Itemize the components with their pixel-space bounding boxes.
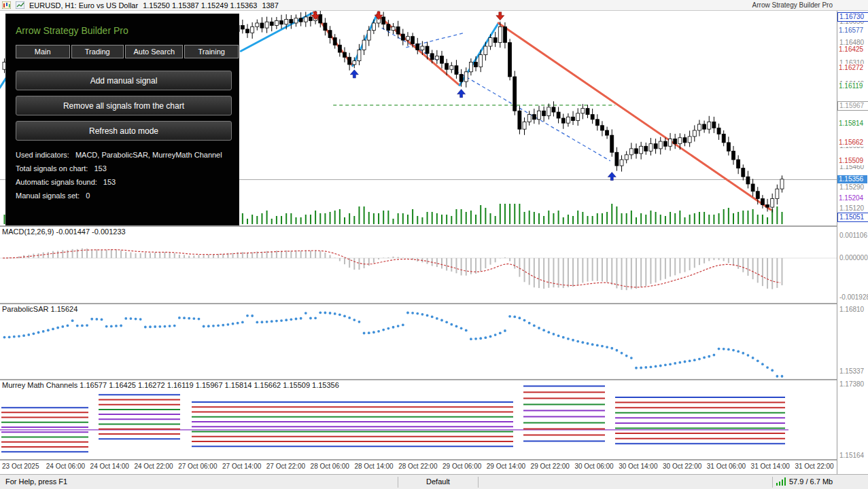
panel-info: Used indicators:MACD, ParabolicSAR, Murr… [6,151,239,200]
time-axis-label: 28 Oct 14:00 [354,463,393,470]
arrow-strategy-panel: Arrow Strategy Builder Pro MainTradingAu… [5,14,239,225]
panel-info-row: Total signals on chart:153 [16,164,239,173]
murrey-math-label: Murrey Math Channels 1.16577 1.16425 1.1… [2,381,339,389]
axis-tick: 1.15164 [839,452,864,459]
macd-signal-line [3,250,780,287]
panel-info-row: Manual signals set:0 [16,192,239,200]
axis-tick: 1.15337 [839,367,864,375]
time-axis-label: 30 Oct 14:00 [619,463,657,470]
pane-separator[interactable] [0,379,868,380]
info-value: 0 [86,192,90,200]
info-value: 153 [94,164,106,173]
panel-title: Arrow Strategy Builder Pro [16,25,239,36]
traffic-text: 57.9 / 6.7 Mb [789,477,833,486]
price-level-label: 1.16119 [837,82,867,90]
current-price-label: 1.15356 [837,175,867,183]
macd-histogram [4,249,783,291]
status-help-text: For Help, press F1 [5,477,67,486]
chart-titlebar: EURUSD, H1: Euro vs US Dollar 1.15250 1.… [0,0,868,11]
symbol-info: EURUSD, H1: Euro vs US Dollar [29,1,138,10]
pane-separator[interactable] [0,459,868,460]
time-axis-label: 30 Oct 22:00 [663,463,701,470]
murrey-math-pane[interactable]: Murrey Math Channels 1.16577 1.16425 1.1… [0,380,837,459]
macd-label: MACD(12,26,9) -0.001447 -0.001233 [2,228,126,236]
price-level-label: 1.16425 [837,46,867,54]
info-value: 153 [103,178,116,186]
price-level-label: 1.15814 [837,120,867,128]
time-axis-label: 31 Oct 06:00 [707,463,746,470]
time-axis-label: 29 Oct 14:00 [487,463,525,470]
panel-tabs: MainTradingAuto SearchTraining [16,45,239,58]
info-label: Automatic signals found: [16,178,97,186]
chart-window-icon [2,1,11,9]
info-value: MACD, ParabolicSAR, MurreyMath Channel [75,151,222,159]
time-axis-label: 29 Oct 06:00 [442,463,481,470]
add-manual-signal-button[interactable]: Add manual signal [16,71,232,90]
panel-info-row: Used indicators:MACD, ParabolicSAR, Murr… [16,151,239,159]
panel-tab-training[interactable]: Training [184,45,239,58]
axis-tick: -0.001928 [839,293,868,301]
time-axis-label: 29 Oct 22:00 [531,463,570,470]
time-axis-label: 24 Oct 14:00 [90,463,129,470]
tick-volume: 1387 [262,1,278,10]
time-axis-label: 30 Oct 06:00 [574,463,613,470]
time-axis-label: 27 Oct 06:00 [178,463,217,470]
price-level-label: 1.15967 [837,101,868,111]
time-axis-label: 23 Oct 2025 [2,463,39,470]
time-axis-label: 27 Oct 22:00 [266,463,305,470]
ohlc-values: 1.15250 1.15387 1.15249 1.15363 [143,1,257,10]
price-level-label: 1.15051 [837,213,868,222]
axis-tick: 1.16810 [839,306,864,313]
time-axis-label: 24 Oct 22:00 [134,463,173,470]
time-axis-label: 28 Oct 22:00 [398,463,437,470]
status-divider [478,477,479,488]
axis-tick: 1.15120 [839,204,864,212]
murrey-level-lines [0,386,788,452]
axis-tick: 0.001106 [839,232,867,239]
status-bar: For Help, press F1 Default 57.9 / 6.7 Mb [0,474,868,489]
parabolic-sar-pane[interactable]: ParabolicSAR 1.15624 [0,304,837,379]
info-label: Total signals on chart: [16,164,88,173]
price-level-label: 1.16272 [837,64,867,72]
refresh-auto-mode-button[interactable]: Refresh auto mode [16,121,232,141]
pane-separator[interactable] [0,225,868,227]
psar-dots [3,311,784,377]
connection-bars-icon [776,477,786,486]
panel-tab-main[interactable]: Main [16,45,70,58]
axis-tick: 1.17380 [839,380,864,388]
main-chart-pane[interactable]: Arrow Strategy Builder Pro MainTradingAu… [0,11,837,225]
price-level-label: 1.15509 [837,157,867,165]
time-axis-label: 24 Oct 06:00 [46,463,85,470]
dashed-trendlines [333,28,615,161]
price-level-label: 1.15204 [837,194,867,202]
macd-chart[interactable] [0,227,837,303]
pane-separator[interactable] [0,303,868,304]
panel-info-row: Automatic signals found:153 [16,178,239,186]
time-axis-label: 28 Oct 06:00 [311,463,349,470]
axis-tick: 1.15290 [839,183,864,191]
signal-arrows [311,12,616,181]
price-level-label: 1.15662 [837,139,867,147]
time-axis[interactable]: 23 Oct 202524 Oct 06:0024 Oct 14:0024 Oc… [0,460,837,474]
price-level-label: 1.16730 [837,12,868,22]
murrey-math-chart[interactable] [0,380,837,459]
panel-tab-auto-search[interactable]: Auto Search [125,45,183,58]
price-level-label: 1.16577 [837,26,867,35]
price-axis[interactable]: 1.166501.164801.163101.161401.159701.158… [837,11,868,474]
macd-pane[interactable]: MACD(12,26,9) -0.001447 -0.001233 [0,227,837,303]
parabolic-sar-chart[interactable] [0,304,837,379]
time-axis-label: 31 Oct 22:00 [795,463,833,470]
time-axis-label: 27 Oct 14:00 [222,463,261,470]
panel-tab-trading[interactable]: Trading [71,45,124,58]
info-label: Manual signals set: [16,192,80,200]
candlestick-icon [16,1,24,9]
mt5-terminal-window: EURUSD, H1: Euro vs US Dollar 1.15250 1.… [0,0,868,489]
indicator-name-label: Arrow Strategy Builder Pro [752,1,833,9]
panel-buttons: Add manual signalRemove all signals from… [6,71,239,141]
time-axis-label: 31 Oct 14:00 [751,463,790,470]
status-traffic: 57.9 / 6.7 Mb [776,477,833,486]
status-profile[interactable]: Default [398,477,478,486]
parabolic-sar-label: ParabolicSAR 1.15624 [2,305,77,313]
axis-tick: 0.000000 [839,254,868,261]
remove-all-signals-from-the-chart-button[interactable]: Remove all signals from the chart [16,96,232,115]
